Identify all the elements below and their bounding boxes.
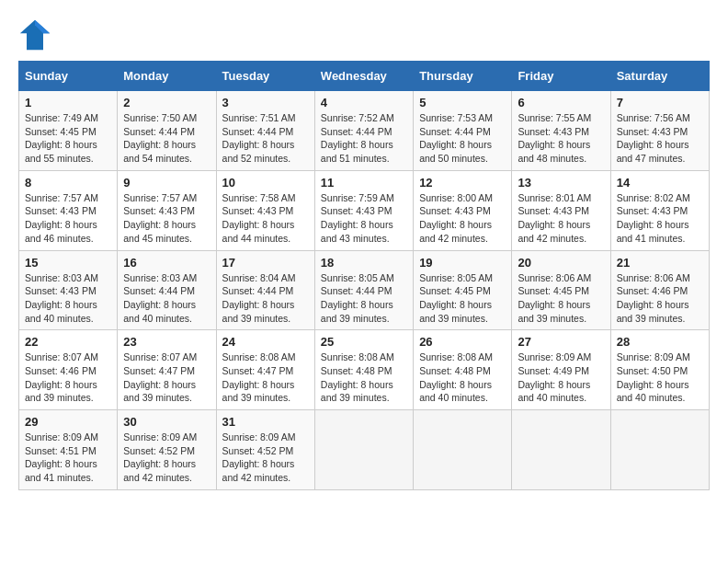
day-info: Sunrise: 7:51 AMSunset: 4:44 PMDaylight:… — [222, 111, 309, 166]
calendar-week-row: 8 Sunrise: 7:57 AMSunset: 4:43 PMDayligh… — [19, 170, 710, 250]
day-info: Sunrise: 8:09 AMSunset: 4:49 PMDaylight:… — [518, 350, 604, 405]
day-number: 17 — [222, 256, 309, 270]
day-number: 28 — [617, 335, 703, 349]
calendar-cell: 5 Sunrise: 7:53 AMSunset: 4:44 PMDayligh… — [414, 91, 512, 171]
day-info: Sunrise: 7:55 AMSunset: 4:43 PMDaylight:… — [518, 111, 604, 166]
calendar-cell: 7 Sunrise: 7:56 AMSunset: 4:43 PMDayligh… — [610, 91, 709, 171]
day-info: Sunrise: 7:59 AMSunset: 4:43 PMDaylight:… — [321, 191, 407, 246]
calendar-cell: 19 Sunrise: 8:05 AMSunset: 4:45 PMDaylig… — [414, 250, 512, 330]
header — [18, 18, 710, 52]
calendar-cell: 20 Sunrise: 8:06 AMSunset: 4:45 PMDaylig… — [512, 250, 610, 330]
day-number: 14 — [617, 176, 703, 190]
day-info: Sunrise: 8:05 AMSunset: 4:45 PMDaylight:… — [419, 271, 506, 326]
day-number: 24 — [222, 335, 309, 349]
day-number: 25 — [321, 335, 407, 349]
day-info: Sunrise: 8:04 AMSunset: 4:44 PMDaylight:… — [222, 271, 309, 326]
day-info: Sunrise: 8:08 AMSunset: 4:48 PMDaylight:… — [419, 350, 506, 405]
day-number: 10 — [222, 176, 309, 190]
day-number: 13 — [518, 176, 604, 190]
calendar-cell: 25 Sunrise: 8:08 AMSunset: 4:48 PMDaylig… — [314, 330, 413, 410]
calendar-week-row: 29 Sunrise: 8:09 AMSunset: 4:51 PMDaylig… — [19, 410, 710, 490]
calendar-cell: 11 Sunrise: 7:59 AMSunset: 4:43 PMDaylig… — [314, 170, 413, 250]
day-info: Sunrise: 7:57 AMSunset: 4:43 PMDaylight:… — [123, 191, 210, 246]
calendar-cell: 10 Sunrise: 7:58 AMSunset: 4:43 PMDaylig… — [216, 170, 314, 250]
calendar-cell: 27 Sunrise: 8:09 AMSunset: 4:49 PMDaylig… — [512, 330, 610, 410]
weekday-header: Friday — [512, 62, 610, 91]
calendar-cell: 3 Sunrise: 7:51 AMSunset: 4:44 PMDayligh… — [216, 91, 314, 171]
weekday-header: Monday — [118, 62, 216, 91]
day-info: Sunrise: 8:09 AMSunset: 4:52 PMDaylight:… — [222, 431, 309, 485]
day-info: Sunrise: 8:02 AMSunset: 4:43 PMDaylight:… — [617, 191, 703, 246]
day-number: 5 — [419, 96, 506, 109]
day-info: Sunrise: 8:09 AMSunset: 4:52 PMDaylight:… — [123, 431, 210, 485]
calendar-week-row: 15 Sunrise: 8:03 AMSunset: 4:43 PMDaylig… — [19, 250, 710, 330]
day-info: Sunrise: 7:56 AMSunset: 4:43 PMDaylight:… — [617, 111, 703, 166]
calendar-cell: 24 Sunrise: 8:08 AMSunset: 4:47 PMDaylig… — [216, 330, 314, 410]
day-info: Sunrise: 8:08 AMSunset: 4:48 PMDaylight:… — [321, 350, 407, 405]
calendar-cell: 15 Sunrise: 8:03 AMSunset: 4:43 PMDaylig… — [19, 250, 118, 330]
day-number: 22 — [25, 335, 111, 349]
weekday-header: Sunday — [19, 62, 118, 91]
weekday-header: Wednesday — [314, 62, 413, 91]
day-info: Sunrise: 8:09 AMSunset: 4:50 PMDaylight:… — [617, 350, 703, 405]
day-info: Sunrise: 8:06 AMSunset: 4:46 PMDaylight:… — [617, 271, 703, 326]
day-number: 29 — [25, 415, 111, 429]
calendar-cell — [314, 410, 413, 490]
calendar-cell: 1 Sunrise: 7:49 AMSunset: 4:45 PMDayligh… — [19, 91, 118, 171]
calendar-cell: 9 Sunrise: 7:57 AMSunset: 4:43 PMDayligh… — [118, 170, 216, 250]
calendar-cell: 14 Sunrise: 8:02 AMSunset: 4:43 PMDaylig… — [610, 170, 709, 250]
calendar-cell — [512, 410, 610, 490]
day-number: 11 — [321, 176, 407, 190]
weekday-header: Thursday — [414, 62, 512, 91]
logo-icon — [18, 18, 51, 52]
calendar-cell: 28 Sunrise: 8:09 AMSunset: 4:50 PMDaylig… — [610, 330, 709, 410]
day-number: 8 — [25, 176, 111, 190]
day-info: Sunrise: 8:08 AMSunset: 4:47 PMDaylight:… — [222, 350, 309, 405]
calendar-cell: 23 Sunrise: 8:07 AMSunset: 4:47 PMDaylig… — [118, 330, 216, 410]
day-info: Sunrise: 7:52 AMSunset: 4:44 PMDaylight:… — [321, 111, 407, 166]
calendar-cell: 13 Sunrise: 8:01 AMSunset: 4:43 PMDaylig… — [512, 170, 610, 250]
calendar-cell: 21 Sunrise: 8:06 AMSunset: 4:46 PMDaylig… — [610, 250, 709, 330]
day-number: 9 — [123, 176, 210, 190]
day-number: 6 — [518, 96, 604, 109]
day-number: 16 — [123, 256, 210, 270]
page-container: SundayMondayTuesdayWednesdayThursdayFrid… — [18, 18, 710, 490]
day-info: Sunrise: 8:07 AMSunset: 4:47 PMDaylight:… — [123, 350, 210, 405]
weekday-header: Tuesday — [216, 62, 314, 91]
weekday-header: Saturday — [610, 62, 709, 91]
day-info: Sunrise: 8:06 AMSunset: 4:45 PMDaylight:… — [518, 271, 604, 326]
day-info: Sunrise: 7:57 AMSunset: 4:43 PMDaylight:… — [25, 191, 111, 246]
calendar-cell: 12 Sunrise: 8:00 AMSunset: 4:43 PMDaylig… — [414, 170, 512, 250]
calendar-cell: 30 Sunrise: 8:09 AMSunset: 4:52 PMDaylig… — [118, 410, 216, 490]
calendar-cell: 16 Sunrise: 8:03 AMSunset: 4:44 PMDaylig… — [118, 250, 216, 330]
day-info: Sunrise: 7:50 AMSunset: 4:44 PMDaylight:… — [123, 111, 210, 166]
day-info: Sunrise: 7:53 AMSunset: 4:44 PMDaylight:… — [419, 111, 506, 166]
header-row: SundayMondayTuesdayWednesdayThursdayFrid… — [19, 62, 710, 91]
day-number: 3 — [222, 96, 309, 109]
calendar-cell — [414, 410, 512, 490]
calendar-cell: 18 Sunrise: 8:05 AMSunset: 4:44 PMDaylig… — [314, 250, 413, 330]
calendar-cell: 8 Sunrise: 7:57 AMSunset: 4:43 PMDayligh… — [19, 170, 118, 250]
day-info: Sunrise: 8:03 AMSunset: 4:44 PMDaylight:… — [123, 271, 210, 326]
day-number: 15 — [25, 256, 111, 270]
calendar-week-row: 1 Sunrise: 7:49 AMSunset: 4:45 PMDayligh… — [19, 91, 710, 171]
calendar-cell: 26 Sunrise: 8:08 AMSunset: 4:48 PMDaylig… — [414, 330, 512, 410]
day-number: 27 — [518, 335, 604, 349]
day-number: 4 — [321, 96, 407, 109]
day-info: Sunrise: 8:09 AMSunset: 4:51 PMDaylight:… — [25, 431, 111, 485]
day-number: 26 — [419, 335, 506, 349]
day-number: 1 — [25, 96, 111, 109]
day-info: Sunrise: 8:00 AMSunset: 4:43 PMDaylight:… — [419, 191, 506, 246]
day-number: 23 — [123, 335, 210, 349]
calendar-cell: 2 Sunrise: 7:50 AMSunset: 4:44 PMDayligh… — [118, 91, 216, 171]
calendar-cell: 22 Sunrise: 8:07 AMSunset: 4:46 PMDaylig… — [19, 330, 118, 410]
day-number: 21 — [617, 256, 703, 270]
day-number: 19 — [419, 256, 506, 270]
day-number: 31 — [222, 415, 309, 429]
day-info: Sunrise: 8:01 AMSunset: 4:43 PMDaylight:… — [518, 191, 604, 246]
calendar-cell: 6 Sunrise: 7:55 AMSunset: 4:43 PMDayligh… — [512, 91, 610, 171]
day-info: Sunrise: 8:07 AMSunset: 4:46 PMDaylight:… — [25, 350, 111, 405]
day-number: 12 — [419, 176, 506, 190]
day-number: 2 — [123, 96, 210, 109]
day-number: 7 — [617, 96, 703, 109]
